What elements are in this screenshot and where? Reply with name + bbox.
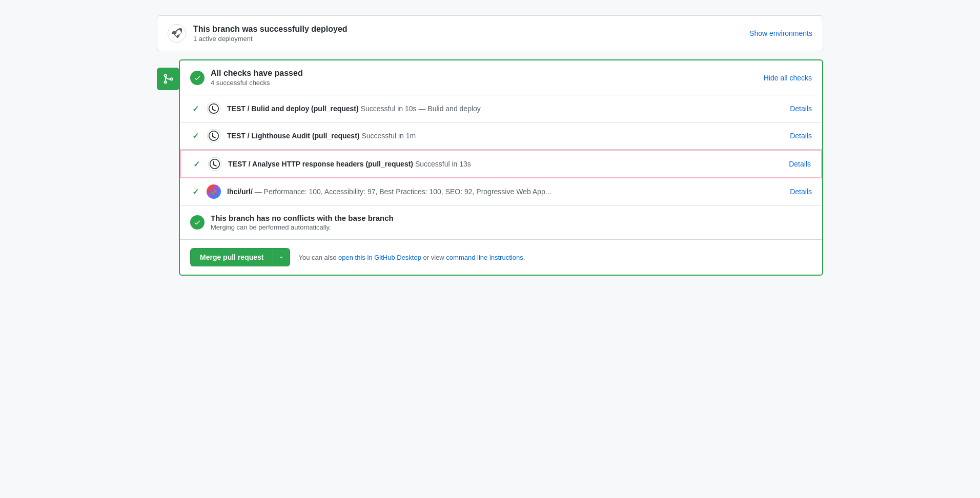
no-conflicts-text: This branch has no conflicts with the ba…	[211, 214, 394, 231]
deployment-subtitle: 1 active deployment	[193, 35, 348, 43]
check-label-lighthouse: TEST / Lighthouse Audit (pull_request) S…	[227, 132, 416, 140]
rocket-icon	[172, 28, 182, 38]
show-environments-link[interactable]: Show environments	[749, 29, 812, 37]
check-mark-lighthouse: ✓	[190, 131, 200, 141]
all-checks-passed-icon	[190, 71, 205, 85]
details-link-analyse-http[interactable]: Details	[789, 160, 811, 168]
check-row-build-deploy: ✓ TEST / Bulid and deploy (pull_request)…	[180, 95, 822, 122]
check-row-left: ✓ TEST / Lighthouse Audit (pull_request)…	[190, 129, 416, 143]
check-mark-analyse-http: ✓	[191, 159, 201, 169]
check-row-lighthouse: ✓ TEST / Lighthouse Audit (pull_request)…	[180, 122, 822, 150]
github-actions-icon-analyse	[208, 157, 222, 171]
checks-title: All checks have passed 4 successful chec…	[211, 69, 303, 87]
merge-button-group: Merge pull request	[190, 248, 290, 266]
hide-all-checks-link[interactable]: Hide all checks	[764, 74, 812, 82]
merge-note-suffix: .	[523, 254, 525, 261]
check-row-lhci: ✓ lhci/url/ — Performance: 100,	[180, 178, 822, 205]
merge-row: Merge pull request You can also open thi…	[180, 240, 822, 275]
check-row-left: ✓ lhci/url/ — Performance: 100,	[190, 184, 551, 199]
checks-header: All checks have passed 4 successful chec…	[180, 60, 822, 95]
github-actions-icon-lighthouse	[207, 129, 221, 143]
no-conflicts-subtitle: Merging can be performed automatically.	[211, 223, 394, 231]
check-label-lhci: lhci/url/ — Performance: 100, Accessibil…	[227, 188, 551, 196]
rocket-icon-wrap	[168, 24, 186, 43]
merge-note-between: or view	[421, 254, 446, 261]
merge-note-prefix: You can also	[298, 254, 338, 261]
check-icon	[194, 74, 201, 81]
details-link-lighthouse[interactable]: Details	[790, 132, 812, 140]
deployment-text: This branch was successfully deployed 1 …	[193, 25, 348, 43]
merge-pull-request-button[interactable]: Merge pull request	[190, 248, 273, 266]
merge-note: You can also open this in GitHub Desktop…	[298, 254, 525, 261]
check-icon-conflicts	[194, 219, 201, 226]
chevron-down-icon	[278, 254, 284, 260]
deployment-banner-left: This branch was successfully deployed 1 …	[168, 24, 348, 43]
details-link-lhci[interactable]: Details	[790, 188, 812, 196]
check-row-left: ✓ TEST / Analyse HTTP response headers (…	[191, 157, 471, 171]
page-wrapper: This branch was successfully deployed 1 …	[157, 15, 823, 276]
details-link-build-deploy[interactable]: Details	[790, 105, 812, 113]
check-row-left: ✓ TEST / Bulid and deploy (pull_request)…	[190, 101, 481, 116]
check-mark-build-deploy: ✓	[190, 104, 200, 114]
git-merge-icon	[162, 73, 174, 85]
no-conflicts-icon	[190, 215, 205, 230]
checks-wrapper: All checks have passed 4 successful chec…	[157, 59, 823, 276]
open-github-desktop-link[interactable]: open this in GitHub Desktop	[338, 254, 421, 261]
check-mark-lhci: ✓	[190, 187, 200, 197]
checks-card: All checks have passed 4 successful chec…	[179, 59, 823, 276]
lighthouse-logo	[209, 187, 218, 196]
sidebar-merge-icon	[157, 68, 179, 90]
check-label-build-deploy: TEST / Bulid and deploy (pull_request) S…	[227, 105, 481, 113]
command-line-instructions-link[interactable]: command line instructions	[446, 254, 523, 261]
checks-header-left: All checks have passed 4 successful chec…	[190, 69, 303, 87]
merge-dropdown-button[interactable]	[273, 248, 290, 266]
deployment-title: This branch was successfully deployed	[193, 25, 348, 34]
github-actions-icon	[207, 101, 221, 116]
checks-header-title: All checks have passed	[211, 69, 303, 78]
check-row-analyse-http: ✓ TEST / Analyse HTTP response headers (…	[180, 150, 822, 178]
no-conflicts-title: This branch has no conflicts with the ba…	[211, 214, 394, 222]
no-conflicts-row: This branch has no conflicts with the ba…	[180, 205, 822, 240]
checks-header-subtitle: 4 successful checks	[211, 79, 303, 87]
check-label-analyse-http: TEST / Analyse HTTP response headers (pu…	[228, 160, 471, 168]
lhci-icon	[207, 184, 221, 199]
deployment-banner: This branch was successfully deployed 1 …	[157, 15, 823, 51]
